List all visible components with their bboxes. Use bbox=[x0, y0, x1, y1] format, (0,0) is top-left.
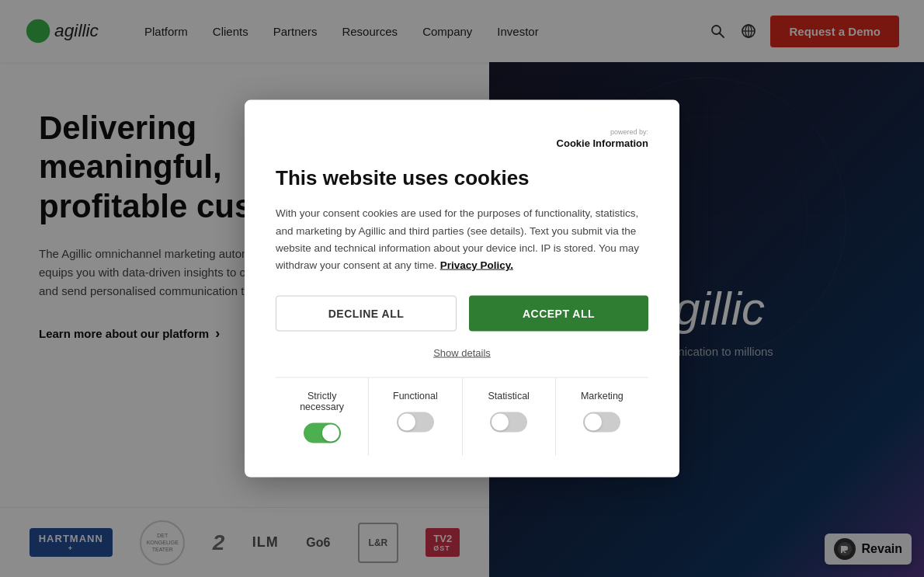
cookie-modal: powered by: Cookie Information This webs… bbox=[245, 99, 679, 478]
toggle-statistical[interactable] bbox=[490, 412, 527, 433]
modal-body-text: With your consent cookies are used for t… bbox=[276, 205, 648, 274]
decline-all-button[interactable]: DECLINE ALL bbox=[276, 296, 457, 332]
cookie-category-marketing: Marketing bbox=[556, 378, 648, 456]
toggle-necessary-knob bbox=[322, 425, 339, 442]
powered-by: powered by: Cookie Information bbox=[276, 127, 648, 149]
category-functional-label: Functional bbox=[393, 391, 438, 401]
toggle-functional-knob bbox=[398, 414, 415, 431]
modal-buttons: DECLINE ALL ACCEPT ALL bbox=[276, 296, 648, 332]
show-details-link[interactable]: Show details bbox=[276, 347, 648, 359]
cookie-category-functional: Functional bbox=[369, 378, 462, 456]
cookie-category-necessary: Strictly necessary bbox=[276, 378, 369, 456]
toggle-functional[interactable] bbox=[397, 412, 434, 433]
category-statistical-label: Statistical bbox=[488, 391, 530, 401]
accept-all-button[interactable]: ACCEPT ALL bbox=[469, 296, 648, 332]
powered-by-label: powered by: bbox=[276, 127, 648, 135]
privacy-policy-link[interactable]: Privacy Policy. bbox=[440, 259, 513, 271]
cookie-category-statistical: Statistical bbox=[463, 378, 556, 456]
toggle-marketing-knob bbox=[585, 414, 602, 431]
cookie-categories: Strictly necessary Functional Statistica… bbox=[276, 377, 648, 456]
category-marketing-label: Marketing bbox=[581, 391, 624, 401]
modal-title: This website uses cookies bbox=[276, 165, 648, 191]
toggle-necessary[interactable] bbox=[304, 423, 341, 443]
toggle-marketing[interactable] bbox=[583, 412, 620, 433]
category-necessary-label: Strictly necessary bbox=[285, 391, 359, 412]
cookie-info-brand: Cookie Information bbox=[557, 137, 648, 148]
toggle-statistical-knob bbox=[492, 414, 509, 431]
